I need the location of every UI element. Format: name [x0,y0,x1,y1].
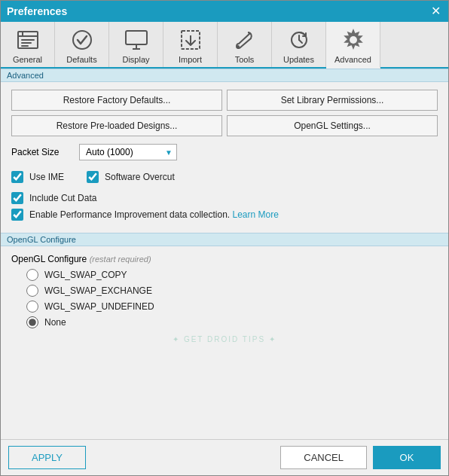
tab-general[interactable]: General [1,22,55,67]
two-col-checkboxes: Use IME Software Overcut [11,166,438,188]
software-overcut-checkbox[interactable] [87,171,99,183]
wgl-swap-exchange-row: WGL_SWAP_EXCHANGE [26,285,438,297]
learn-more-link[interactable]: Learn More [232,209,278,220]
tab-advanced-label: Advanced [334,55,371,64]
svg-rect-4 [21,42,32,44]
import-icon [177,26,204,53]
wgl-swap-undefined-radio[interactable] [26,301,38,313]
set-library-button[interactable]: Set Library Permissions... [227,90,438,111]
svg-rect-5 [21,45,29,47]
svg-point-12 [237,45,240,48]
software-overcut-label: Software Overcut [105,172,175,182]
display-icon [123,26,150,53]
restore-factory-button[interactable]: Restore Factory Defaults... [11,90,222,111]
use-ime-label: Use IME [29,172,64,182]
restore-preloaded-button[interactable]: Restore Pre-loaded Designs... [11,115,222,136]
wgl-swap-exchange-radio[interactable] [26,285,38,297]
packet-size-select-wrapper: Auto (1000) [79,144,177,160]
general-icon [14,26,41,53]
wgl-swap-copy-row: WGL_SWAP_COPY [26,269,438,281]
opengl-section: OpenGL Configure (restart required) WGL_… [1,246,448,354]
svg-line-15 [299,40,302,43]
advanced-icon [340,26,367,53]
tab-updates-label: Updates [283,55,314,64]
footer-bar: APPLY CANCEL OK [1,439,448,475]
tab-import-label: Import [179,55,202,64]
cancel-button[interactable]: CANCEL [280,446,367,469]
tab-general-label: General [13,55,42,64]
section-header-opengl: OpenGL Configure [1,233,448,246]
wgl-swap-undefined-row: WGL_SWAP_UNDEFINED [26,301,438,313]
tab-defaults-label: Defaults [66,55,96,64]
enable-performance-row: Enable Performance Improvement data coll… [11,209,438,221]
include-cut-data-row: Include Cut Data [11,192,438,204]
tools-icon [231,26,258,53]
tab-tools-label: Tools [235,55,255,64]
ok-button[interactable]: OK [373,446,441,469]
section-header-advanced: Advanced [1,69,448,82]
wgl-swap-copy-label: WGL_SWAP_COPY [44,270,127,280]
watermark: ✦ GET DROID TIPS ✦ [11,332,438,346]
title-bar: Preferences ✕ [1,1,448,22]
wgl-swap-exchange-label: WGL_SWAP_EXCHANGE [44,285,152,296]
footer-right: CANCEL OK [280,446,441,469]
tab-updates[interactable]: Updates [272,22,326,67]
apply-button[interactable]: APPLY [8,446,86,469]
software-overcut-row: Software Overcut [87,171,175,183]
button-grid: Restore Factory Defaults... Set Library … [11,90,438,136]
preferences-window: Preferences ✕ General [0,0,449,476]
wgl-swap-undefined-label: WGL_SWAP_UNDEFINED [44,301,154,312]
tab-advanced[interactable]: Advanced [326,22,380,69]
opengl-settings-button[interactable]: OpenGL Settings... [227,115,438,136]
enable-performance-label: Enable Performance Improvement data coll… [29,209,279,220]
svg-rect-3 [21,39,35,41]
tab-tools[interactable]: Tools [218,22,272,67]
svg-point-17 [350,36,357,44]
packet-size-row: Packet Size Auto (1000) [11,144,438,160]
tab-display-label: Display [122,55,149,64]
svg-point-6 [73,31,91,49]
close-button[interactable]: ✕ [429,5,442,18]
packet-size-label: Packet Size [11,147,72,157]
none-row: None [26,316,438,328]
svg-rect-7 [126,31,147,44]
packet-size-select[interactable]: Auto (1000) [79,144,177,160]
advanced-section: Restore Factory Defaults... Set Library … [1,82,448,233]
enable-performance-checkbox[interactable] [11,209,23,221]
use-ime-row: Use IME [11,171,64,183]
include-cut-data-checkbox[interactable] [11,192,23,204]
wgl-swap-copy-radio[interactable] [26,269,38,281]
opengl-subtitle: (restart required) [90,255,151,264]
content-area: Restore Factory Defaults... Set Library … [1,82,448,439]
updates-icon [286,26,313,53]
defaults-icon [69,26,96,53]
window-title: Preferences [7,5,67,17]
none-radio[interactable] [26,316,38,328]
tab-display[interactable]: Display [109,22,163,67]
include-cut-data-label: Include Cut Data [29,193,96,203]
tab-bar: General Defaults Display [1,22,448,69]
use-ime-checkbox[interactable] [11,171,23,183]
tab-import[interactable]: Import [163,22,218,67]
tab-defaults[interactable]: Defaults [55,22,109,67]
none-label: None [44,317,66,328]
opengl-title: OpenGL Configure (restart required) [11,254,438,264]
